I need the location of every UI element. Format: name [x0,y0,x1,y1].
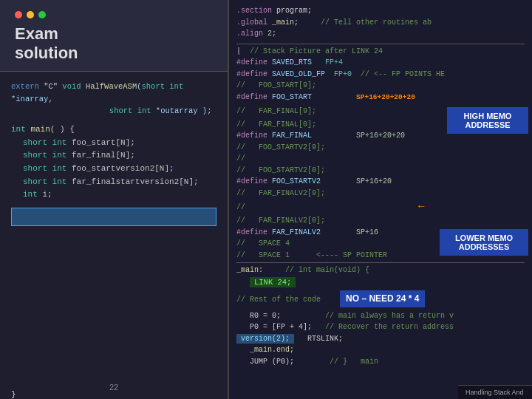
title-line2: solution [15,44,78,62]
left-code-area: extern "C" void HalfWaveASM(short int *i… [0,72,228,399]
title-line1: Exam [15,24,58,43]
stack-comment: | // Stack Picture after LINK 24 [236,46,525,58]
right-panel: .section program; .global _main; // Tell… [229,0,532,399]
footer: Handling Stack And Copyright M. Smith, E… [458,385,532,399]
left-panel: Exam solution extern "C" void HalfWaveAS… [0,0,229,399]
link-line: LINK 24; [236,276,525,289]
title-area: Exam solution [0,0,228,72]
far-finalv2-empty: // ← [236,199,525,215]
r0-line: R0 = 0; // main always has a return v [236,310,525,322]
main-label-line: _main: // int main(void) { [236,265,525,276]
far-finalv2-9-comment: // FAR_FINALV2[9]; [236,188,525,200]
section-line: .section program; [236,5,525,17]
extern-line2: short int *outarray ); [11,105,216,117]
main-decl: int main( ) { [11,123,216,137]
right-code-area: .section program; .global _main; // Tell… [229,0,532,370]
align-line: .align 2; [236,28,525,40]
define-foo-startv2: #define FOO_STARTV2 SP+16+20 [236,176,525,188]
extern-line: extern "C" void HalfWaveASM(short int *i… [11,81,216,106]
var3: short int foo_startversion2[N]; [11,163,216,176]
foo-startv2-0-comment: // FOO_STARTV2[0]; [236,165,525,177]
divider2 [236,262,525,263]
foo-start-comment: // FOO_START[9]; [236,80,525,92]
bottom-code: R0 = 0; // main always has a return v P0… [236,310,525,368]
top-directives: .section program; .global _main; // Tell… [236,3,525,42]
far-finalv2-0-comment: // FAR_FINALV2[0]; [236,215,525,227]
footer-title: Handling Stack And [466,389,524,396]
main-function: int main( ) { short int foo_start[N]; sh… [11,123,216,202]
page-number: 22 [109,383,118,392]
footer-row: Handling Stack And Copyright M. Smith, E… [466,389,532,396]
high-memory-box: HIGH MEMO ADDRESSE [447,107,528,134]
dot-red [15,11,22,18]
mem-high-line2: ADDRESSE [465,120,510,129]
define-foo-start: #define FOO_START SP+16+20+20+20 [236,92,525,103]
main-end-line: _main.end; [236,344,525,356]
arrow2: ← [418,200,424,212]
mem-low-line1: LOWER MEMO [455,233,513,242]
no-need-line: // Rest of the code NO – NEED 24 * 4 [236,290,525,307]
global-line: .global _main; // Tell other routines ab [236,17,525,29]
mem-high-line1: HIGH MEMO [464,112,512,120]
define-saved-rts: #define SAVED_RTS FP+4 [236,57,525,69]
dot-yellow [27,11,34,18]
slide-title: Exam solution [15,24,213,64]
p0-line: P0 = [FP + 4]; // Recover the return add… [236,321,525,333]
version-box: version(2); [236,334,294,344]
divider1 [236,44,525,44]
var5: int i; [11,188,216,202]
version-line: version(2); RTSLINK; [236,333,525,345]
var4: short int far_finalstartversion2[N]; [11,176,216,189]
jump-line: JUMP (P0); // } main [236,356,525,368]
dot-green [38,11,46,18]
mem-low-line2: ADDRESSES [459,242,509,251]
define-saved-old-fp: #define SAVED_OLD_FP FP+0 // <-- FP POIN… [236,69,525,81]
window-dots [15,11,213,18]
highlight-box [11,208,216,226]
no-need-box: NO – NEED 24 * 4 [340,290,425,307]
var2: short int far_final[N]; [11,149,216,163]
foo-startv2-empty: // [236,153,525,165]
low-memory-box: LOWER MEMO ADDRESSES [440,229,528,256]
foo-startv2-9-comment: // FOO_STARTV2[9]; [236,142,525,154]
var1: short int foo_start[N]; [11,137,216,150]
